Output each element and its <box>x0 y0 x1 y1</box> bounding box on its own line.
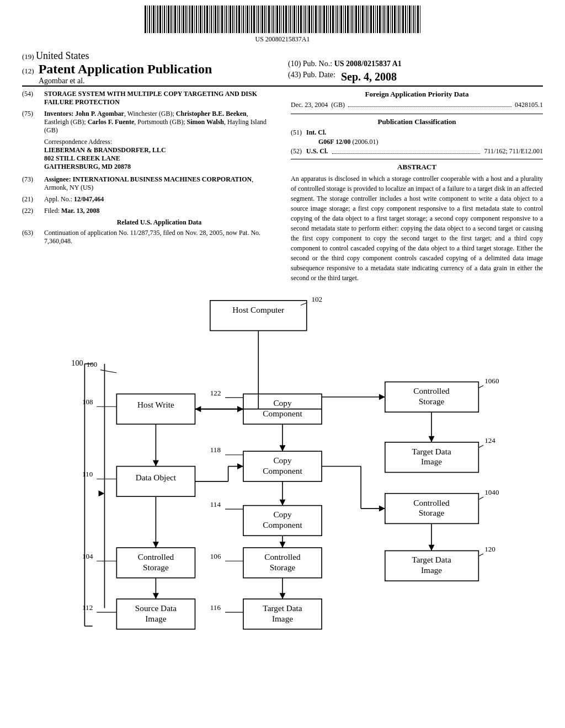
assignee-value: INTERNATIONAL BUSINESS MACHINES CORPORAT… <box>44 175 253 191</box>
foreign-date: Dec. 23, 2004 <box>291 101 328 109</box>
svg-rect-127 <box>415 6 416 33</box>
svg-text:Component: Component <box>263 409 302 418</box>
svg-rect-78 <box>311 6 312 33</box>
svg-rect-48 <box>247 6 248 33</box>
svg-text:Storage: Storage <box>419 508 445 517</box>
svg-rect-43 <box>236 6 237 33</box>
assignee-content: Assignee: INTERNATIONAL BUSINESS MACHINE… <box>44 175 274 192</box>
svg-rect-82 <box>319 6 321 33</box>
svg-text:124: 124 <box>484 436 495 445</box>
inventors-value: John P. Agombar, Winchester (GB); Christ… <box>44 110 266 134</box>
svg-text:102: 102 <box>311 295 322 303</box>
svg-rect-10 <box>166 6 167 33</box>
related-title: Related U.S. Application Data <box>44 218 274 227</box>
pub-class-title: Publication Classification <box>291 117 543 126</box>
svg-rect-40 <box>230 6 231 33</box>
svg-rect-25 <box>198 6 199 33</box>
svg-marker-216 <box>379 394 385 400</box>
abstract-section: ABSTRACT An apparatus is disclosed in wh… <box>291 163 543 283</box>
inventors-header: Agombar et al. <box>22 77 277 85</box>
svg-rect-30 <box>209 6 210 33</box>
svg-rect-96 <box>350 6 350 33</box>
svg-rect-93 <box>343 6 344 33</box>
inventors-num: (75) <box>22 110 40 135</box>
svg-rect-89 <box>335 6 335 33</box>
pub-type-row: (12) Patent Application Publication <box>22 62 277 77</box>
svg-rect-94 <box>345 6 346 33</box>
appl-num-content: Appl. No.: 12/047,464 <box>44 195 274 204</box>
svg-text:Storage: Storage <box>419 397 445 406</box>
svg-rect-103 <box>365 6 365 33</box>
svg-marker-209 <box>153 461 159 467</box>
svg-rect-9 <box>164 6 165 33</box>
us-cl-label: (52) <box>291 147 302 156</box>
inventors-content: Inventors: John P. Agombar, Winchester (… <box>44 110 274 135</box>
svg-rect-118 <box>397 6 397 33</box>
svg-rect-114 <box>387 6 389 33</box>
svg-rect-59 <box>271 6 271 33</box>
svg-marker-228 <box>153 593 159 599</box>
header-left: (19) United States (12) Patent Applicati… <box>22 50 277 85</box>
svg-rect-106 <box>370 6 372 33</box>
svg-rect-111 <box>382 6 382 33</box>
pub-date-line: (43) Pub. Date: Sep. 4, 2008 <box>288 71 543 83</box>
svg-text:Component: Component <box>263 466 302 475</box>
svg-rect-8 <box>162 6 163 33</box>
svg-rect-53 <box>258 6 259 33</box>
svg-rect-64 <box>281 6 282 33</box>
assignee-section: (73) Assignee: INTERNATIONAL BUSINESS MA… <box>22 175 274 192</box>
svg-text:1060: 1060 <box>484 377 499 385</box>
svg-marker-207 <box>237 406 243 412</box>
svg-rect-122 <box>405 6 406 33</box>
svg-text:120: 120 <box>484 545 495 553</box>
svg-text:Target Data: Target Data <box>412 555 451 564</box>
svg-rect-84 <box>323 6 325 33</box>
svg-rect-81 <box>318 6 318 33</box>
correspondence-section: Correspondence Address: LIEBERMAN & BRAN… <box>44 138 274 171</box>
int-cl-value-row: G06F 12/00 (2006.01) <box>318 138 543 146</box>
appl-num-section: (21) Appl. No.: 12/047,464 <box>22 195 274 204</box>
us-cl-key: U.S. Cl. <box>306 147 328 156</box>
svg-rect-13 <box>173 6 173 33</box>
svg-rect-97 <box>351 6 353 33</box>
svg-rect-46 <box>243 6 244 33</box>
svg-rect-12 <box>170 6 172 33</box>
svg-text:106: 106 <box>210 552 221 560</box>
svg-rect-58 <box>268 6 270 33</box>
svg-rect-102 <box>362 6 364 33</box>
pub-date-label: (43) Pub. Date: <box>288 71 335 83</box>
svg-rect-88 <box>332 6 334 33</box>
svg-rect-44 <box>238 6 240 33</box>
svg-rect-124 <box>409 6 411 33</box>
svg-rect-128 <box>417 6 419 33</box>
pub-date-value: Sep. 4, 2008 <box>341 71 397 83</box>
svg-text:Host Write: Host Write <box>137 400 174 409</box>
diagram-svg: Host Computer 102 100 Host Write 108 Dat… <box>11 288 554 638</box>
svg-text:116: 116 <box>210 603 221 612</box>
svg-marker-233 <box>153 542 159 548</box>
svg-text:112: 112 <box>82 603 93 612</box>
svg-text:100: 100 <box>87 360 98 368</box>
svg-rect-52 <box>256 6 257 33</box>
svg-rect-11 <box>168 6 169 33</box>
patent-number: US 20080215837A1 <box>0 35 565 44</box>
barcode-image: // Not inline script in SVG — we'll draw… <box>145 6 420 33</box>
int-cl-year: (2006.01) <box>353 138 379 146</box>
svg-rect-56 <box>264 6 265 33</box>
svg-rect-79 <box>313 6 314 33</box>
svg-rect-72 <box>298 6 299 33</box>
svg-text:108: 108 <box>82 398 93 406</box>
svg-rect-76 <box>307 6 307 33</box>
correspondence-header: Correspondence Address: <box>44 138 274 146</box>
related-content: Continuation of application No. 11/287,7… <box>44 229 274 245</box>
svg-marker-199 <box>280 500 286 506</box>
svg-rect-86 <box>328 6 329 33</box>
abstract-title: ABSTRACT <box>291 163 543 172</box>
svg-rect-63 <box>279 6 280 33</box>
svg-text:Target Data: Target Data <box>263 603 302 613</box>
svg-rect-74 <box>303 6 303 33</box>
svg-text:Host Computer: Host Computer <box>232 305 284 314</box>
pub-num-label: (10) Pub. No.: <box>288 60 332 68</box>
assignee-num: (73) <box>22 175 40 192</box>
svg-rect-67 <box>288 6 289 33</box>
